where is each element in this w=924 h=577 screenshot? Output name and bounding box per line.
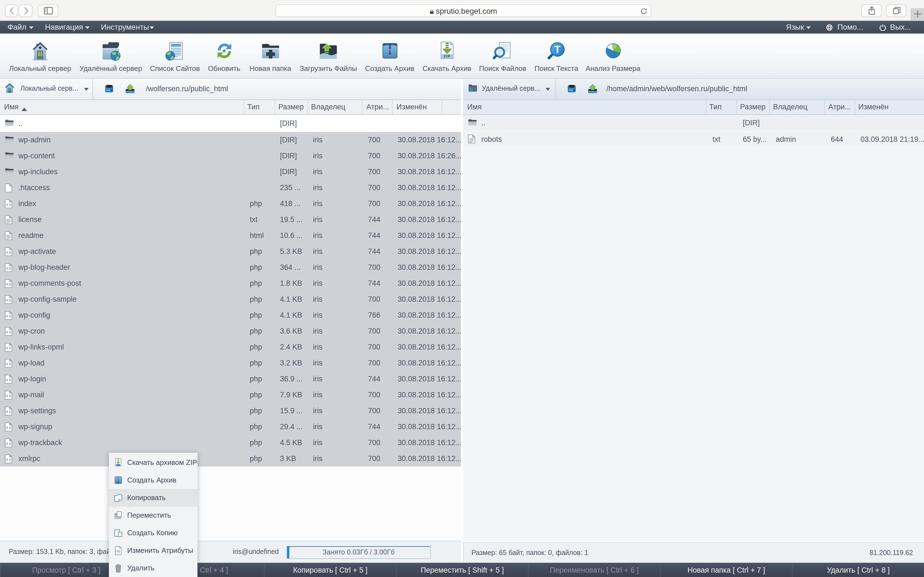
svg-text:ZIP: ZIP	[444, 55, 451, 58]
svg-text:755: 755	[115, 550, 120, 553]
svg-text:T: T	[554, 44, 560, 55]
